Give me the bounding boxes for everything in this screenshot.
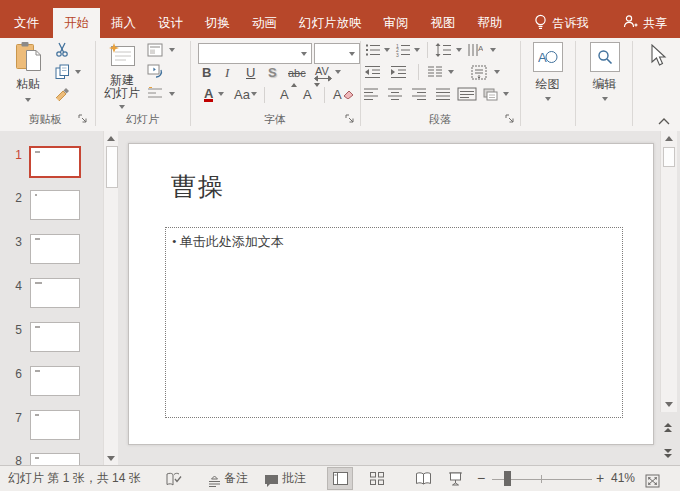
copy-button[interactable] xyxy=(53,64,71,80)
tab-slideshow[interactable]: 幻灯片放映 xyxy=(288,8,373,38)
tab-design[interactable]: 设计 xyxy=(147,8,194,38)
shrink-font-button[interactable]: A xyxy=(303,87,312,103)
zoom-level[interactable]: 41% xyxy=(611,466,635,491)
slide-area-scrollbar[interactable] xyxy=(660,131,677,412)
share-button[interactable]: 共享 xyxy=(610,8,680,38)
align-text-dropdown-arrow[interactable] xyxy=(494,70,500,74)
change-case-dropdown-arrow[interactable] xyxy=(251,92,257,96)
scrollbar-thumb[interactable] xyxy=(663,147,675,167)
slide-title-text[interactable]: 曹操 xyxy=(171,170,225,203)
align-right-button[interactable] xyxy=(410,86,428,102)
thumbnail-scrollbar-thumb[interactable] xyxy=(106,146,118,188)
clear-formatting-button[interactable]: A xyxy=(333,87,354,103)
tab-animations[interactable]: 动画 xyxy=(241,8,288,38)
paragraph-dialog-launcher[interactable] xyxy=(505,114,516,125)
bullets-button[interactable] xyxy=(364,42,382,58)
slide-thumbnail-image[interactable] xyxy=(30,278,80,308)
underline-button[interactable]: U xyxy=(246,65,255,81)
smartart-dropdown-arrow[interactable] xyxy=(503,92,509,96)
section-button[interactable] xyxy=(146,86,164,102)
italic-button[interactable]: I xyxy=(225,65,229,81)
numbering-button[interactable]: 123 xyxy=(394,42,412,58)
text-direction-button[interactable]: A xyxy=(466,42,484,58)
tab-help[interactable]: 帮助 xyxy=(467,8,514,38)
increase-indent-button[interactable] xyxy=(389,64,407,80)
tab-review[interactable]: 审阅 xyxy=(373,8,420,38)
slide-thumbnail-image[interactable] xyxy=(30,453,80,465)
bullets-dropdown-arrow[interactable] xyxy=(384,48,390,52)
slide-thumbnail-image[interactable] xyxy=(29,146,81,178)
numbering-dropdown-arrow[interactable] xyxy=(414,48,420,52)
drawing-button[interactable]: A 绘图 xyxy=(520,40,575,101)
font-name-combobox[interactable] xyxy=(198,43,312,64)
convert-to-smartart-button[interactable] xyxy=(481,86,499,102)
normal-view-button[interactable] xyxy=(327,467,353,490)
slide-thumbnail-image[interactable] xyxy=(30,234,80,264)
line-spacing-button[interactable] xyxy=(434,42,452,58)
slide-layout-button[interactable] xyxy=(146,42,164,58)
tell-me-button[interactable]: 告诉我 xyxy=(524,8,599,38)
font-color-button[interactable]: A xyxy=(204,86,213,102)
zoom-out-button[interactable]: − xyxy=(477,466,485,491)
slide-thumbnail-image[interactable] xyxy=(30,366,80,396)
paste-button[interactable]: 粘贴 xyxy=(6,40,50,102)
tab-home[interactable]: 开始 xyxy=(53,8,100,38)
strikethrough-button[interactable]: abc xyxy=(288,65,306,81)
tab-insert[interactable]: 插入 xyxy=(100,8,147,38)
align-text-button[interactable] xyxy=(470,64,488,80)
comments-button[interactable]: 批注 xyxy=(282,466,306,491)
tab-file[interactable]: 文件 xyxy=(0,8,53,38)
thumb-title-mark xyxy=(35,238,40,240)
thumbnail-scroll-down-button[interactable] xyxy=(104,451,118,465)
editing-button[interactable]: 编辑 xyxy=(577,40,632,101)
align-center-button[interactable] xyxy=(386,86,404,102)
character-spacing-dropdown-arrow[interactable] xyxy=(335,70,341,74)
decrease-indent-button[interactable] xyxy=(363,64,381,80)
thumbnail-scroll-up-button[interactable] xyxy=(104,131,118,145)
grow-font-button[interactable]: A xyxy=(280,87,289,103)
columns-dropdown-arrow[interactable] xyxy=(448,70,454,74)
font-color-dropdown-arrow[interactable] xyxy=(218,92,224,96)
line-spacing-dropdown-arrow[interactable] xyxy=(456,48,462,52)
slide-thumbnail-image[interactable] xyxy=(30,322,80,352)
zoom-slider-thumb[interactable] xyxy=(504,471,511,486)
slide-counter[interactable]: 幻灯片 第 1 张，共 14 张 xyxy=(8,466,141,491)
content-placeholder[interactable]: • 单击此处添加文本 xyxy=(165,227,623,418)
fit-slide-to-window-button[interactable] xyxy=(645,472,660,491)
tab-transitions[interactable]: 切换 xyxy=(194,8,241,38)
spell-check-icon[interactable] xyxy=(166,471,182,491)
change-case-button[interactable]: Aa xyxy=(234,87,250,103)
slide-thumbnail-image[interactable] xyxy=(30,410,80,440)
reset-slide-button[interactable] xyxy=(146,63,164,79)
slide-thumbnail-image[interactable] xyxy=(30,190,80,220)
slide-sorter-view-button[interactable] xyxy=(364,467,390,490)
notes-button[interactable]: 备注 xyxy=(224,466,248,491)
text-direction-dropdown-arrow[interactable] xyxy=(490,48,496,52)
columns-button[interactable] xyxy=(426,64,444,80)
clipboard-dialog-launcher[interactable] xyxy=(78,114,89,125)
next-slide-button[interactable] xyxy=(660,446,676,460)
thumbnail-scrollbar[interactable] xyxy=(103,131,118,465)
scroll-up-button[interactable] xyxy=(662,131,676,145)
reading-view-button[interactable] xyxy=(410,467,436,490)
previous-slide-button[interactable] xyxy=(660,420,676,434)
format-painter-button[interactable] xyxy=(53,85,71,101)
slide-canvas[interactable]: 曹操 • 单击此处添加文本 xyxy=(128,143,654,445)
text-shadow-button[interactable]: S xyxy=(268,65,277,81)
section-dropdown-arrow[interactable] xyxy=(169,92,175,96)
distribute-text-button[interactable] xyxy=(456,86,478,102)
collapse-ribbon-button[interactable] xyxy=(658,114,670,128)
font-size-combobox[interactable] xyxy=(314,43,360,64)
font-dialog-launcher[interactable] xyxy=(345,114,356,125)
new-slide-button[interactable]: 新建 幻灯片 xyxy=(100,40,144,113)
bold-button[interactable]: B xyxy=(202,65,211,81)
slide-show-button[interactable] xyxy=(442,467,468,490)
cut-button[interactable] xyxy=(53,42,71,58)
scroll-down-button[interactable] xyxy=(662,397,676,411)
layout-dropdown-arrow[interactable] xyxy=(169,48,175,52)
align-left-button[interactable] xyxy=(362,86,380,102)
zoom-in-button[interactable]: + xyxy=(596,466,604,491)
justify-button[interactable] xyxy=(434,86,452,102)
tab-view[interactable]: 视图 xyxy=(420,8,467,38)
copy-dropdown-arrow[interactable] xyxy=(75,70,81,74)
